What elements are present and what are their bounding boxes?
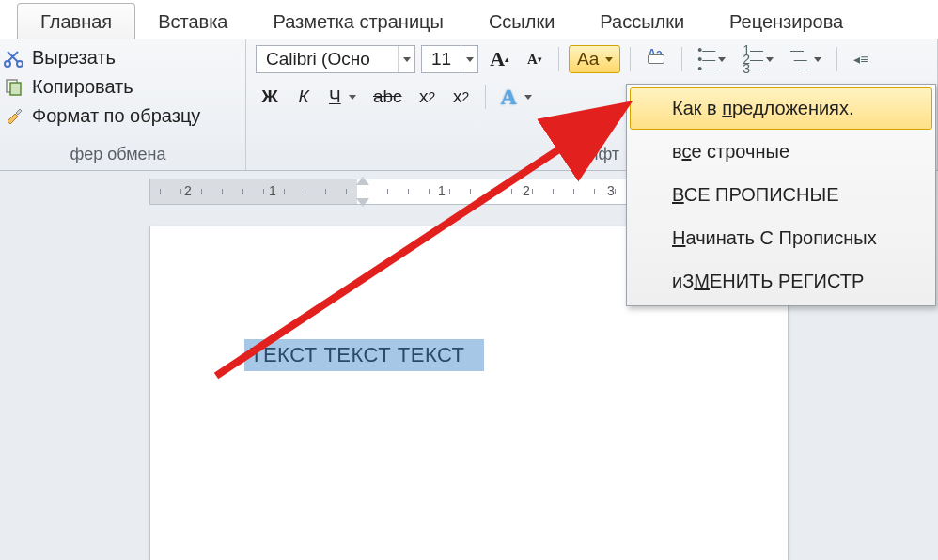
font-size-value: 11 [422,49,461,70]
font-family-combo[interactable]: Calibri (Осно [256,45,415,73]
multilevel-list-button[interactable]: — — — [785,45,827,73]
tab-mailings[interactable]: Рассылки [577,4,707,39]
tab-review[interactable]: Рецензирова [707,4,866,39]
paintbrush-icon [4,106,24,127]
decrease-indent-button[interactable]: ◂≡ [847,45,875,73]
svg-point-0 [5,61,10,67]
menu-sentence-case[interactable]: Как в предложениях. [630,87,932,130]
copy-button[interactable]: Копировать [0,74,236,100]
group-clipboard-label: фер обмена [0,143,236,168]
italic-icon: К [298,86,308,107]
clear-formatting-button[interactable]: Aa [640,45,672,73]
selected-text: ТЕКСТ ТЕКСТ ТЕКСТ [250,343,465,366]
multilevel-icon: — — — [790,45,811,73]
chevron-down-icon[interactable] [398,46,414,72]
bullets-button[interactable]: •—•—•— [692,45,731,73]
font-size-combo[interactable]: 11 [421,45,478,73]
shrink-font-button[interactable]: A▾ [521,45,549,73]
cut-button[interactable]: Вырезать [0,45,236,70]
bullets-icon: •—•—•— [697,45,715,73]
separator [681,47,682,71]
strikethrough-button[interactable]: abc [367,83,408,111]
superscript-icon: x [453,86,462,107]
menu-toggle-case[interactable]: иЗМЕНИТЬ РЕГИСТР [630,260,932,303]
bold-button[interactable]: Ж [256,83,284,111]
grow-font-icon: A [490,47,505,71]
menu-uppercase[interactable]: ВСЕ ПРОПИСНЫЕ [630,174,932,216]
copy-icon [4,77,24,98]
numbering-icon: 1—2—3— [743,45,763,73]
eraser-icon: Aa [646,51,666,68]
scissors-icon [4,48,24,69]
separator [630,47,631,71]
strike-icon: abc [373,86,402,107]
italic-button[interactable]: К [289,83,318,111]
text-effects-button[interactable]: A [495,83,539,111]
text-selection[interactable]: ТЕКСТ ТЕКСТ ТЕКСТ [244,339,484,371]
separator [836,47,837,71]
change-case-icon: Aa [577,49,599,70]
separator [558,47,559,71]
underline-icon: Ч [329,86,341,107]
bold-icon: Ж [261,86,277,107]
change-case-button[interactable]: Aa [569,45,620,73]
ribbon-tabs: Главная Вставка Разметка страницы Ссылки… [0,0,938,39]
tab-page-layout[interactable]: Разметка страницы [250,4,465,39]
shrink-font-icon: A [527,52,538,68]
copy-label: Копировать [32,76,133,98]
svg-rect-3 [10,83,21,95]
underline-button[interactable]: Ч [323,83,362,111]
tab-references[interactable]: Ссылки [466,4,577,39]
change-case-menu: Как в предложениях. все строчные ВСЕ ПРО… [626,84,936,306]
cut-label: Вырезать [32,47,116,69]
font-family-value: Calibri (Осно [257,49,398,70]
first-line-indent-marker[interactable] [356,177,369,185]
format-painter-button[interactable]: Формат по образцу [0,103,236,129]
subscript-button[interactable]: x2 [414,83,442,111]
tab-insert[interactable]: Вставка [135,4,250,39]
menu-lowercase[interactable]: все строчные [630,131,932,173]
chevron-down-icon[interactable] [602,57,616,62]
text-effects-icon: A [501,85,517,110]
separator [485,85,486,109]
numbering-button[interactable]: 1—2—3— [737,45,779,73]
format-painter-label: Формат по образцу [32,105,200,127]
grow-font-button[interactable]: A▴ [484,45,515,73]
svg-point-1 [17,61,23,67]
decrease-indent-icon: ◂≡ [853,54,868,64]
menu-capitalize-each-word[interactable]: Начинать С Прописных [630,217,932,259]
superscript-button[interactable]: x2 [447,83,476,111]
left-indent-marker[interactable] [356,198,369,207]
subscript-icon: x [419,86,429,107]
group-clipboard: Вырезать Копировать Формат по образцу фе… [0,39,246,170]
chevron-down-icon[interactable] [461,46,477,72]
tab-home[interactable]: Главная [17,3,135,39]
